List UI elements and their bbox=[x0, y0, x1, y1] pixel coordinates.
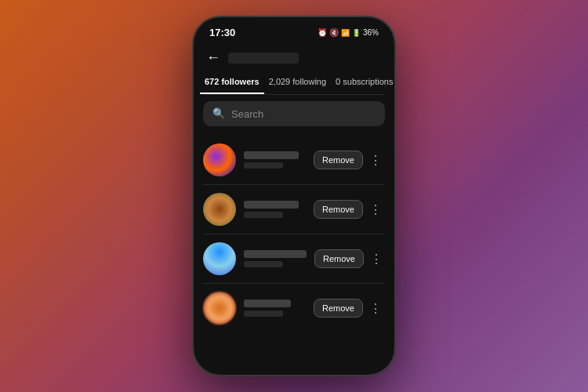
remove-button[interactable]: Remove bbox=[314, 151, 363, 169]
remove-button[interactable]: Remove bbox=[314, 299, 363, 318]
remove-button[interactable]: Remove bbox=[314, 249, 364, 268]
tabs-row: 672 followers 2,029 following 0 subscrip… bbox=[194, 71, 394, 94]
follower-sub bbox=[244, 162, 283, 169]
follower-info bbox=[244, 299, 306, 317]
tab-following[interactable]: 2,029 following bbox=[264, 74, 331, 94]
battery-icon: 🔋 bbox=[352, 29, 361, 37]
list-item: Remove ⋮ bbox=[194, 284, 394, 332]
more-options-icon[interactable]: ⋮ bbox=[367, 250, 386, 268]
avatar bbox=[203, 193, 236, 226]
back-button[interactable]: ← bbox=[206, 49, 220, 66]
follower-actions: Remove ⋮ bbox=[314, 151, 385, 169]
followers-list: Remove ⋮ Remove ⋮ bbox=[194, 132, 394, 375]
follower-actions: Remove ⋮ bbox=[314, 200, 385, 219]
app-header: ← bbox=[194, 43, 394, 71]
avatar bbox=[203, 292, 236, 325]
alarm-icon: ⏰ bbox=[318, 28, 327, 37]
list-item: Remove ⋮ bbox=[194, 185, 394, 234]
phone-screen: 17:30 ⏰ 🔇 📶 🔋 36% ← 672 followers 2,029 … bbox=[194, 17, 394, 375]
follower-sub bbox=[244, 261, 283, 267]
side-button bbox=[394, 96, 396, 135]
follower-name bbox=[244, 151, 299, 159]
follower-name bbox=[244, 299, 291, 307]
list-item: Remove ⋮ bbox=[194, 234, 394, 283]
follower-sub bbox=[244, 212, 283, 218]
status-time: 17:30 bbox=[209, 27, 235, 38]
follower-info bbox=[244, 201, 306, 218]
follower-info bbox=[244, 250, 307, 267]
follower-actions: Remove ⋮ bbox=[314, 249, 386, 268]
follower-name bbox=[244, 201, 299, 209]
phone-wrapper: 17:30 ⏰ 🔇 📶 🔋 36% ← 672 followers 2,029 … bbox=[192, 16, 396, 376]
avatar bbox=[203, 242, 236, 275]
more-options-icon[interactable]: ⋮ bbox=[366, 299, 385, 318]
follower-info bbox=[244, 151, 306, 169]
follower-actions: Remove ⋮ bbox=[314, 299, 385, 318]
signal-icon: 📶 bbox=[341, 29, 350, 37]
status-bar: 17:30 ⏰ 🔇 📶 🔋 36% bbox=[194, 17, 394, 43]
mute-icon: 🔇 bbox=[329, 28, 339, 37]
more-options-icon[interactable]: ⋮ bbox=[366, 151, 385, 169]
remove-button[interactable]: Remove bbox=[314, 200, 363, 219]
tab-followers[interactable]: 672 followers bbox=[200, 74, 264, 94]
status-icons: ⏰ 🔇 📶 🔋 36% bbox=[318, 28, 379, 37]
follower-sub bbox=[244, 310, 283, 317]
list-item: Remove ⋮ bbox=[194, 136, 394, 184]
battery-percent: 36% bbox=[363, 28, 379, 37]
search-placeholder: Search bbox=[231, 108, 263, 120]
search-bar[interactable]: 🔍 Search bbox=[203, 101, 385, 126]
avatar bbox=[203, 143, 236, 176]
follower-name bbox=[244, 250, 307, 258]
username-display bbox=[228, 53, 299, 64]
tab-subscriptions[interactable]: 0 subscriptions bbox=[331, 74, 394, 94]
more-options-icon[interactable]: ⋮ bbox=[366, 201, 385, 219]
tabs-divider bbox=[203, 94, 385, 95]
phone-frame: 17:30 ⏰ 🔇 📶 🔋 36% ← 672 followers 2,029 … bbox=[192, 16, 396, 376]
search-icon: 🔍 bbox=[212, 107, 225, 120]
